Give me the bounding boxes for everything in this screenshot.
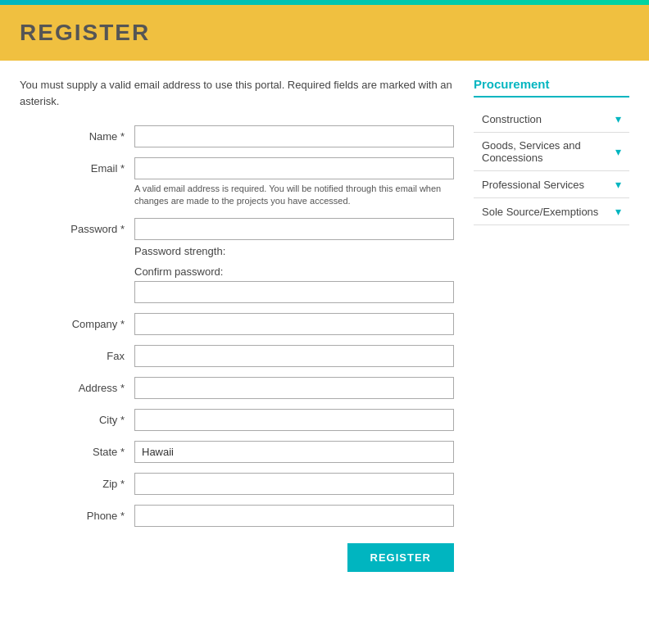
city-input[interactable] (134, 409, 454, 431)
address-label: Address * (20, 377, 134, 394)
phone-label: Phone * (20, 505, 134, 522)
chevron-down-icon: ▾ (615, 112, 621, 125)
zip-row: Zip * (20, 473, 454, 495)
chevron-down-icon: ▾ (615, 178, 621, 191)
email-hint: A valid email address is required. You w… (134, 183, 446, 208)
sidebar-item-sole-source[interactable]: Sole Source/Exemptions ▾ (474, 198, 629, 225)
password-field-group: Password strength: Confirm password: (134, 218, 454, 303)
state-input[interactable] (134, 441, 454, 463)
zip-label: Zip * (20, 473, 134, 490)
confirm-password-label: Confirm password: (134, 265, 454, 278)
sidebar-item-label: Construction (482, 113, 542, 125)
fax-input[interactable] (134, 345, 454, 367)
register-btn-row: REGISTER (20, 543, 454, 572)
email-label: Email * (20, 157, 134, 175)
address-row: Address * (20, 377, 454, 399)
password-strength-label: Password strength: (134, 245, 454, 257)
sidebar: Procurement Construction ▾ Goods, Servic… (474, 77, 629, 572)
password-row: Password * Password strength: Confirm pa… (20, 218, 454, 303)
zip-field-group (134, 473, 454, 495)
name-label: Name * (20, 125, 134, 143)
sidebar-item-label: Goods, Services and Concessions (482, 139, 615, 164)
sidebar-item-professional-services[interactable]: Professional Services ▾ (474, 171, 629, 198)
city-row: City * (20, 409, 454, 431)
email-row: Email * A valid email address is require… (20, 157, 454, 208)
address-input[interactable] (134, 377, 454, 399)
sidebar-item-construction[interactable]: Construction ▾ (474, 106, 629, 133)
header: REGISTER (0, 5, 649, 61)
phone-field-group (134, 505, 454, 527)
sidebar-item-label: Sole Source/Exemptions (482, 206, 598, 218)
register-button[interactable]: REGISTER (347, 543, 454, 572)
address-field-group (134, 377, 454, 399)
zip-input[interactable] (134, 473, 454, 495)
sidebar-title: Procurement (474, 77, 629, 98)
confirm-password-input[interactable] (134, 281, 454, 303)
fax-label: Fax (20, 345, 134, 362)
chevron-down-icon: ▾ (615, 205, 621, 218)
form-section: You must supply a valid email address to… (20, 77, 454, 572)
sidebar-item-goods[interactable]: Goods, Services and Concessions ▾ (474, 133, 629, 171)
state-label: State * (20, 441, 134, 458)
password-input[interactable] (134, 218, 454, 240)
password-label: Password * (20, 218, 134, 235)
company-row: Company * (20, 313, 454, 335)
city-label: City * (20, 409, 134, 426)
email-field-group: A valid email address is required. You w… (134, 157, 454, 208)
city-field-group (134, 409, 454, 431)
state-field-group (134, 441, 454, 463)
email-input[interactable] (134, 157, 454, 179)
fax-row: Fax (20, 345, 454, 367)
intro-text: You must supply a valid email address to… (20, 77, 454, 109)
sidebar-item-label: Professional Services (482, 179, 584, 191)
name-row: Name * (20, 125, 454, 147)
name-input[interactable] (134, 125, 454, 147)
name-field-group (134, 125, 454, 147)
page-title: REGISTER (20, 20, 629, 46)
company-label: Company * (20, 313, 134, 330)
company-input[interactable] (134, 313, 454, 335)
phone-input[interactable] (134, 505, 454, 527)
state-row: State * (20, 441, 454, 463)
phone-row: Phone * (20, 505, 454, 527)
fax-field-group (134, 345, 454, 367)
company-field-group (134, 313, 454, 335)
chevron-down-icon: ▾ (615, 145, 621, 158)
